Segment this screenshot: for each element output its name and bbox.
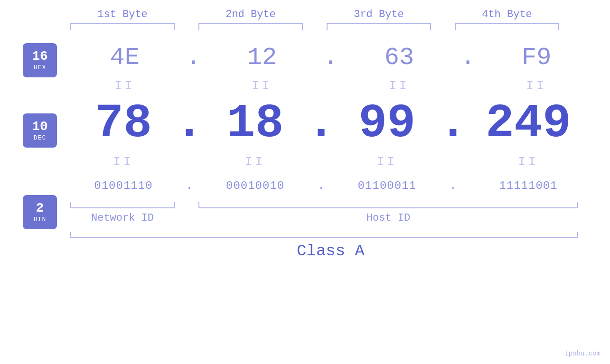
- network-id-label: Network ID: [70, 212, 175, 224]
- eq2-b2: II: [203, 155, 308, 169]
- hex-b1-value: 4E: [110, 44, 140, 72]
- byte1-header: 1st Byte: [70, 9, 175, 20]
- bin-dot2-value: .: [318, 179, 324, 192]
- hex-dot2: .: [319, 44, 342, 72]
- bin-byte2: 00010010: [203, 179, 308, 192]
- dec-byte4: 249: [467, 100, 590, 148]
- bin-badge-number: 2: [36, 201, 44, 216]
- class-section: Class A: [70, 232, 591, 260]
- eq2-b3-sym: II: [377, 155, 397, 169]
- hex-dot3: .: [456, 44, 480, 72]
- eq1-b4-sym: II: [526, 79, 547, 93]
- hex-badge: 16 HEX: [23, 43, 57, 77]
- dec-badge-label: DEC: [34, 134, 46, 141]
- bin-dot3-value: .: [450, 179, 456, 192]
- dec-badge: 10 DEC: [23, 113, 57, 148]
- hex-b2-value: 12: [247, 44, 277, 72]
- class-bracket: [70, 232, 578, 238]
- bin-dot1: .: [178, 179, 201, 192]
- bracket-bottom-host-dot2: [431, 202, 455, 208]
- bracket-bottom-host-dot1: [303, 202, 327, 208]
- bin-badge-label: BIN: [34, 216, 46, 223]
- id-labels-row: Network ID Host ID: [70, 212, 591, 224]
- eq1-b3: II: [347, 79, 451, 93]
- host-id-label: Host ID: [198, 212, 578, 224]
- values-column: 4E . 12 . 63 . F9: [70, 38, 610, 260]
- dec-dot3-value: .: [439, 100, 467, 148]
- bin-byte3: 01100011: [335, 179, 439, 192]
- hex-dot1-value: .: [186, 44, 201, 72]
- bin-dot1-value: .: [186, 179, 193, 192]
- dec-dot1-value: .: [175, 100, 204, 148]
- bracket-bottom-host-left: [198, 202, 303, 208]
- class-label: Class A: [70, 242, 591, 260]
- hex-badge-number: 16: [32, 49, 48, 64]
- hex-value-row: 4E . 12 . 63 . F9: [70, 38, 591, 76]
- bin-byte1: 01001110: [71, 179, 176, 192]
- bin-b1-value: 01001110: [94, 179, 152, 192]
- eq1-b2-sym: II: [252, 79, 272, 93]
- eq1-b1: II: [73, 79, 177, 93]
- bin-dot3: .: [441, 179, 465, 192]
- bin-byte4: 11111001: [467, 179, 590, 192]
- bracket-top-4: [455, 23, 559, 30]
- eq1-b1-sym: II: [114, 79, 135, 93]
- eq2-b4-sym: II: [518, 155, 538, 169]
- eq2-b1-sym: II: [113, 155, 133, 169]
- hex-dot1: .: [181, 44, 205, 72]
- badges-column: 16 HEX 10 DEC 2 BIN: [0, 38, 70, 260]
- page-layout: 1st Byte 2nd Byte 3rd Byte 4th Byte 16 H…: [0, 0, 610, 364]
- equals-row-2: II II II II: [70, 152, 591, 171]
- hex-b4-value: F9: [522, 44, 551, 72]
- dec-dot2-value: .: [307, 100, 335, 148]
- dec-b1-value: 78: [95, 100, 152, 148]
- bracket-bottom-host-b3: [327, 202, 431, 208]
- dec-byte2: 18: [203, 100, 308, 148]
- bin-b4-value: 11111001: [499, 179, 557, 192]
- hex-b3-value: 63: [385, 44, 414, 72]
- dec-dot3: .: [441, 100, 465, 148]
- bin-badge: 2 BIN: [23, 195, 57, 229]
- bin-b2-value: 00010010: [226, 179, 284, 192]
- bracket-top-3: [327, 23, 431, 30]
- bracket-bottom-network: [70, 202, 175, 208]
- byte3-header: 3rd Byte: [327, 9, 431, 20]
- eq2-b2-sym: II: [245, 155, 265, 169]
- watermark: ipshu.com: [564, 350, 601, 357]
- dec-byte1: 78: [71, 100, 176, 148]
- eq1-b2: II: [210, 79, 314, 93]
- bin-dot2: .: [309, 179, 333, 192]
- dec-dot1: .: [178, 100, 201, 148]
- dec-badge-number: 10: [32, 120, 48, 134]
- equals-row-1: II II II II: [70, 76, 591, 95]
- bin-value-row: 01001110 . 00010010 . 01100011 .: [70, 171, 591, 200]
- dec-byte3: 99: [335, 100, 439, 148]
- eq2-b3: II: [335, 155, 439, 169]
- eq1-b3-sym: II: [389, 79, 409, 93]
- hex-badge-label: HEX: [34, 64, 46, 71]
- dec-value-row: 78 . 18 . 99 . 249: [70, 95, 591, 152]
- main-content: 16 HEX 10 DEC 2 BIN 4E .: [0, 38, 610, 260]
- dec-b3-value: 99: [358, 100, 415, 148]
- byte2-header: 2nd Byte: [198, 9, 303, 20]
- dec-b4-value: 249: [486, 100, 571, 148]
- dec-b2-value: 18: [227, 100, 284, 148]
- bin-b3-value: 01100011: [358, 179, 416, 192]
- hex-dot3-value: .: [460, 44, 475, 72]
- bracket-top-2: [198, 23, 303, 30]
- dec-dot2: .: [309, 100, 333, 148]
- bracket-top-1: [70, 23, 175, 30]
- hex-byte4: F9: [484, 44, 589, 72]
- bracket-bottom-host-right: [455, 202, 578, 208]
- eq1-b4: II: [484, 79, 589, 93]
- hex-byte2: 12: [210, 44, 314, 72]
- bottom-brackets-row: [70, 202, 591, 208]
- byte4-header: 4th Byte: [455, 9, 559, 20]
- hex-byte3: 63: [347, 44, 451, 72]
- hex-dot2-value: .: [323, 44, 338, 72]
- eq2-b4: II: [467, 155, 590, 169]
- hex-byte1: 4E: [73, 44, 177, 72]
- eq2-b1: II: [71, 155, 176, 169]
